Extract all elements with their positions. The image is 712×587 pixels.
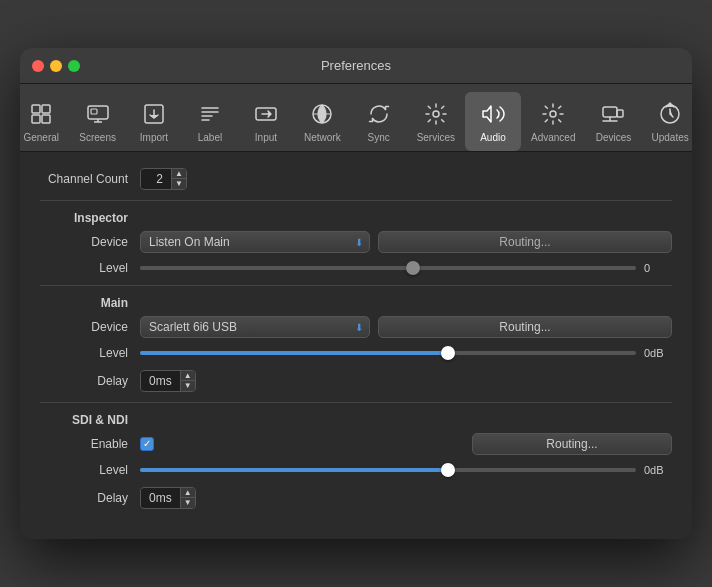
inspector-level-value: 0 <box>644 262 672 274</box>
main-section-title: Main <box>40 296 140 310</box>
svg-rect-5 <box>91 109 97 114</box>
svg-rect-1 <box>42 105 50 113</box>
inspector-level-slider-container: 0 <box>140 262 672 274</box>
sdi-enable-row: Enable ✓ Routing... <box>40 433 672 455</box>
import-icon <box>138 98 170 130</box>
svg-rect-12 <box>617 110 623 117</box>
svg-rect-3 <box>42 115 50 123</box>
inspector-level-slider[interactable] <box>140 266 636 270</box>
toolbar-item-devices[interactable]: Devices <box>585 92 641 151</box>
separator-1 <box>40 200 672 201</box>
screens-label: Screens <box>79 132 116 143</box>
label-label: Label <box>198 132 222 143</box>
toolbar-item-screens[interactable]: Screens <box>69 92 126 151</box>
updates-icon <box>654 98 686 130</box>
main-device-value: Scarlett 6i6 USB <box>149 320 237 334</box>
sdi-section-row: SDI & NDI <box>40 413 672 427</box>
main-device-label: Device <box>40 320 140 334</box>
toolbar-item-label[interactable]: Label <box>182 92 238 151</box>
general-label: General <box>23 132 59 143</box>
channel-count-up[interactable]: ▲ <box>172 169 186 179</box>
sync-label: Sync <box>368 132 390 143</box>
checkmark-icon: ✓ <box>143 439 151 449</box>
toolbar-item-updates[interactable]: Updates <box>641 92 692 151</box>
separator-2 <box>40 285 672 286</box>
main-routing-button[interactable]: Routing... <box>378 316 672 338</box>
sdi-level-label: Level <box>40 463 140 477</box>
main-delay-arrows: ▲ ▼ <box>180 371 195 391</box>
toolbar-item-network[interactable]: Network <box>294 92 351 151</box>
svg-rect-0 <box>32 105 40 113</box>
audio-icon <box>477 98 509 130</box>
svg-rect-11 <box>603 107 617 117</box>
channel-count-label: Channel Count <box>40 172 140 186</box>
inspector-level-label: Level <box>40 261 140 275</box>
traffic-lights <box>32 60 80 72</box>
toolbar-item-general[interactable]: General <box>20 92 69 151</box>
main-level-value: 0dB <box>644 347 672 359</box>
channel-count-row: Channel Count 2 ▲ ▼ <box>40 168 672 190</box>
services-label: Services <box>417 132 455 143</box>
minimize-button[interactable] <box>50 60 62 72</box>
inspector-section-title: Inspector <box>40 211 140 225</box>
svg-rect-2 <box>32 115 40 123</box>
svg-point-9 <box>433 111 439 117</box>
svg-point-10 <box>550 111 556 117</box>
main-delay-spinner[interactable]: 0ms ▲ ▼ <box>140 370 196 392</box>
sdi-level-row: Level 0dB <box>40 463 672 477</box>
inspector-device-value: Listen On Main <box>149 235 230 249</box>
main-device-dropdown[interactable]: Scarlett 6i6 USB ⬇ <box>140 316 370 338</box>
toolbar-item-audio[interactable]: Audio <box>465 92 521 151</box>
chevron-down-icon: ⬇ <box>355 237 363 248</box>
sdi-level-value: 0dB <box>644 464 672 476</box>
advanced-label: Advanced <box>531 132 575 143</box>
sdi-delay-up[interactable]: ▲ <box>181 488 195 498</box>
main-section-row: Main <box>40 296 672 310</box>
channel-count-down[interactable]: ▼ <box>172 179 186 189</box>
toolbar-item-import[interactable]: Import <box>126 92 182 151</box>
inspector-routing-button[interactable]: Routing... <box>378 231 672 253</box>
toolbar-item-services[interactable]: Services <box>407 92 465 151</box>
channel-count-arrows: ▲ ▼ <box>171 169 186 189</box>
sdi-section-title: SDI & NDI <box>40 413 140 427</box>
channel-count-spinner[interactable]: 2 ▲ ▼ <box>140 168 187 190</box>
main-delay-value: 0ms <box>141 372 180 390</box>
label-icon <box>194 98 226 130</box>
inspector-device-label: Device <box>40 235 140 249</box>
main-delay-label: Delay <box>40 374 140 388</box>
updates-label: Updates <box>651 132 688 143</box>
close-button[interactable] <box>32 60 44 72</box>
toolbar-item-sync[interactable]: Sync <box>351 92 407 151</box>
sync-icon <box>363 98 395 130</box>
toolbar-item-advanced[interactable]: Advanced <box>521 92 585 151</box>
sdi-enable-checkbox[interactable]: ✓ <box>140 437 154 451</box>
sdi-delay-value: 0ms <box>141 489 180 507</box>
channel-count-value: 2 <box>141 170 171 188</box>
sdi-delay-spinner[interactable]: 0ms ▲ ▼ <box>140 487 196 509</box>
sdi-delay-row: Delay 0ms ▲ ▼ <box>40 487 672 509</box>
main-level-slider-container: 0dB <box>140 347 672 359</box>
inspector-device-row: Device Listen On Main ⬇ Routing... <box>40 231 672 253</box>
content-area: Channel Count 2 ▲ ▼ Inspector Device Lis… <box>20 152 692 539</box>
sdi-delay-arrows: ▲ ▼ <box>180 488 195 508</box>
title-bar: Preferences <box>20 48 692 84</box>
main-delay-down[interactable]: ▼ <box>181 381 195 391</box>
sdi-delay-down[interactable]: ▼ <box>181 498 195 508</box>
inspector-device-dropdown[interactable]: Listen On Main ⬇ <box>140 231 370 253</box>
chevron-down-icon-2: ⬇ <box>355 322 363 333</box>
window-title: Preferences <box>321 58 391 73</box>
sdi-level-slider-container: 0dB <box>140 464 672 476</box>
sdi-delay-label: Delay <box>40 491 140 505</box>
sdi-routing-button[interactable]: Routing... <box>472 433 672 455</box>
main-level-slider[interactable] <box>140 351 636 355</box>
main-level-label: Level <box>40 346 140 360</box>
sdi-level-slider[interactable] <box>140 468 636 472</box>
inspector-section-row: Inspector <box>40 211 672 225</box>
sdi-enable-label: Enable <box>40 437 140 451</box>
devices-icon <box>597 98 629 130</box>
toolbar-items: General Screens Import Label <box>20 92 692 151</box>
main-delay-up[interactable]: ▲ <box>181 371 195 381</box>
network-label: Network <box>304 132 341 143</box>
maximize-button[interactable] <box>68 60 80 72</box>
toolbar-item-input[interactable]: Input <box>238 92 294 151</box>
